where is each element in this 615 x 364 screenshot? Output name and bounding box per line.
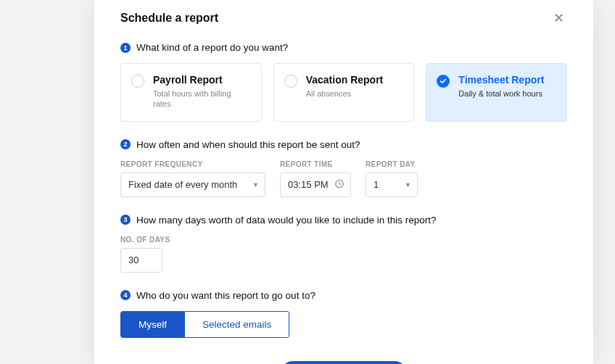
option-title: Payroll Report [153,74,251,86]
section-recipients: 4 Who do you want this report to go out … [120,290,567,338]
days-value: 30 [128,255,139,265]
option-timesheet-report[interactable]: Timesheet Report Daily & total work hour… [426,63,567,122]
radio-icon [131,75,144,88]
frequency-value: Fixed date of every month [128,179,237,190]
step-badge-1: 1 [120,43,131,53]
step-badge-4: 4 [120,290,131,300]
question-row-3: 3 How many days worth of data would you … [120,215,567,226]
step-badge-2: 2 [120,139,131,149]
option-title: Timesheet Report [458,74,544,86]
section-report-type: 1 What kind of a report do you want? Pay… [120,42,567,122]
submit-row: SCHEDULE REPORT [120,355,567,364]
close-icon: ✕ [553,11,564,25]
modal-title: Schedule a report [120,12,218,25]
question-text-1: What kind of a report do you want? [136,42,288,53]
day-select[interactable]: 1 ▼ [366,173,418,197]
recipient-selected-emails-button[interactable]: Selected emails [184,312,289,337]
chevron-down-icon: ▼ [252,181,259,189]
recipient-myself-button[interactable]: Myself [121,312,184,337]
schedule-fields: REPORT FREQUENCY Fixed date of every mon… [120,160,567,197]
days-field-group: NO. OF DAYS 30 [120,236,567,273]
step-badge-3: 3 [120,215,131,225]
section-schedule: 2 How often and when should this report … [120,139,567,197]
day-value: 1 [373,179,379,190]
schedule-report-button[interactable]: SCHEDULE REPORT [281,361,407,364]
question-row-2: 2 How often and when should this report … [120,139,567,150]
day-field-group: REPORT DAY 1 ▼ [366,160,418,197]
time-label: REPORT TIME [280,160,351,168]
option-vacation-report[interactable]: Vacation Report All absences [273,63,415,122]
option-subtitle: All absences [306,88,384,99]
frequency-select[interactable]: Fixed date of every month ▼ [120,173,265,197]
frequency-label: REPORT FREQUENCY [120,160,265,168]
frequency-field-group: REPORT FREQUENCY Fixed date of every mon… [120,160,265,197]
days-input[interactable]: 30 [120,248,162,273]
option-payroll-report[interactable]: Payroll Report Total hours with billing … [120,63,262,122]
question-text-4: Who do you want this report to go out to… [136,290,315,301]
question-text-2: How often and when should this report be… [136,139,360,150]
close-button[interactable]: ✕ [550,7,567,29]
option-subtitle: Total hours with billing rates [153,88,251,109]
chevron-down-icon: ▼ [405,181,411,189]
schedule-report-modal: Schedule a report ✕ 1 What kind of a rep… [94,0,593,364]
modal-header: Schedule a report ✕ [120,7,567,42]
time-value: 03:15 PM [288,179,329,190]
radio-icon [284,75,297,88]
question-text-3: How many days worth of data would you li… [136,215,436,226]
section-days: 3 How many days worth of data would you … [120,215,567,273]
clock-icon [334,178,344,191]
days-label: NO. OF DAYS [120,236,567,244]
recipient-toggle: Myself Selected emails [120,311,289,338]
time-field-group: REPORT TIME 03:15 PM [280,160,351,197]
question-row-1: 1 What kind of a report do you want? [120,42,567,53]
question-row-4: 4 Who do you want this report to go out … [120,290,567,301]
day-label: REPORT DAY [366,160,418,168]
option-title: Vacation Report [306,74,384,86]
report-type-options: Payroll Report Total hours with billing … [120,63,567,122]
option-subtitle: Daily & total work hours [458,88,544,99]
time-input[interactable]: 03:15 PM [280,173,351,197]
check-icon [437,75,450,88]
